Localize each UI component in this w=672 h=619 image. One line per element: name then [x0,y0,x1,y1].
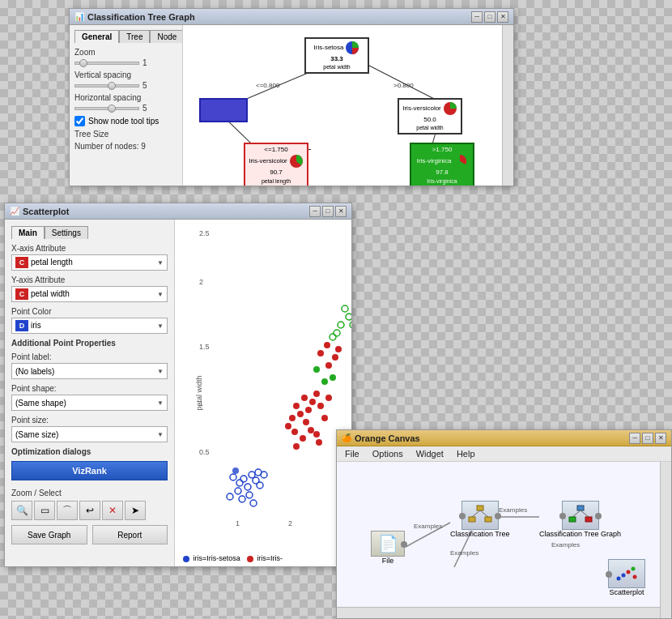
menu-options[interactable]: Options [371,448,405,459]
zoom-slider-row: 1 [74,58,177,67]
ctg-scrollbar[interactable] [502,25,513,186]
scatter-input-port[interactable] [606,571,612,578]
pie-right [443,101,457,116]
svg-point-18 [245,484,251,490]
canvas-vertical-scrollbar[interactable] [660,462,671,618]
zoom-tool[interactable]: 🔍 [11,501,32,520]
svg-point-22 [246,492,253,498]
ctg-title-text: Classification Tree Graph [87,12,195,22]
orange-close-btn[interactable]: ✕ [655,433,666,444]
legend-setosa-dot [183,556,189,562]
svg-text:1.5: 1.5 [199,343,210,351]
file-output-port[interactable] [401,541,407,548]
point-color-dropdown[interactable]: Diris ▼ [11,318,168,334]
lasso-tool[interactable]: ⌒ [57,501,78,520]
orange-minimize-btn[interactable]: ─ [629,433,640,444]
scatter-maximize-btn[interactable]: □ [322,206,334,217]
tree-node-bottom-right[interactable]: >1.750 Iris-virginica 97.8 Iris-virginic… [410,143,474,186]
y-axis-arrow: ▼ [157,291,164,298]
tree-node-right[interactable]: Iris-versicolor 50.0 petal width [398,98,462,134]
show-node-tips-checkbox[interactable] [74,116,85,126]
ctg-close-btn[interactable]: ✕ [497,11,508,23]
y-axis-label: Y-axis Attribute [11,275,168,284]
ctg-icon-svg [566,504,595,527]
canvas-node-scatterplot[interactable]: Scatterplot [608,559,645,596]
tree-node-bottom-left[interactable]: <=1.750 Iris-versicolor 90.7 petal lengt… [244,143,308,186]
vertical-spacing-thumb[interactable] [108,82,116,90]
x-axis-arrow: ▼ [157,259,164,267]
zoom-thumb[interactable] [79,59,87,67]
svg-rect-86 [577,506,584,510]
ctg-input-port[interactable] [559,513,566,519]
delete-tool[interactable]: ✕ [102,501,123,520]
tree-node-root[interactable]: Iris-setosa 33.3 petal width [304,37,369,74]
ct-output-port[interactable] [495,513,501,519]
svg-point-44 [325,395,332,401]
svg-point-29 [293,403,300,409]
tab-main[interactable]: Main [11,226,45,239]
save-graph-button[interactable]: Save Graph [11,525,87,544]
svg-point-33 [297,411,304,417]
point-size-dropdown[interactable]: (Same size) ▼ [11,426,168,442]
canvas-horizontal-scrollbar[interactable] [337,607,660,618]
menu-widget[interactable]: Widget [415,448,445,459]
ct-input-port[interactable] [459,513,466,519]
orange-canvas-content: File Options Widget Help Examples Exampl… [337,446,671,618]
scatter-svg: 2.5 2 1.5 1 0.5 [191,220,351,542]
scatter-titlebar: 📈 Scatterplot ─ □ ✕ [5,203,351,220]
scatter-minimize-btn[interactable]: ─ [309,206,321,217]
ctg-maximize-btn[interactable]: □ [484,11,495,23]
scatter-legend: iris=Iris-setosa iris=Iris- [183,554,283,562]
tab-general[interactable]: General [74,30,119,43]
point-label-field-label: Point label: [11,352,168,361]
svg-point-37 [303,419,309,425]
legend-setosa: iris=Iris-setosa [183,554,240,562]
svg-point-92 [622,574,626,578]
pie-bottom-right [453,154,467,169]
vertical-spacing-slider[interactable] [74,84,139,88]
ctg-minimize-btn[interactable]: ─ [471,11,483,23]
y-axis-dropdown[interactable]: Cpetal width ▼ [11,286,168,302]
vertical-spacing-slider-row: 5 [74,81,177,90]
zoom-slider[interactable] [74,62,139,65]
orange-maximize-btn[interactable]: □ [642,433,653,444]
menu-file[interactable]: File [343,448,361,459]
tab-tree[interactable]: Tree [119,30,150,43]
svg-rect-90 [585,517,592,522]
point-label-dropdown[interactable]: (No labels) ▼ [11,363,168,379]
tree-size-label: Tree Size [74,130,177,139]
file-icon-box: 📄 [371,531,405,557]
svg-point-68 [321,378,328,385]
canvas-node-classification-tree[interactable]: Classification Tree [450,501,510,538]
horizontal-spacing-slider[interactable] [74,107,139,110]
legend-versicolor-dot [247,556,253,562]
svg-text:Examples: Examples [450,549,478,557]
svg-point-26 [239,496,245,502]
tab-settings[interactable]: Settings [45,226,88,239]
canvas-node-classification-tree-graph[interactable]: Classification Tree Graph [539,501,621,538]
svg-point-47 [330,334,336,340]
ctg-output-port[interactable] [595,513,602,519]
svg-point-64 [325,362,332,369]
scatter-close-btn[interactable]: ✕ [335,206,347,217]
horizontal-spacing-thumb[interactable] [108,105,116,113]
tab-node[interactable]: Node [150,30,183,43]
point-shape-dropdown[interactable]: (Same shape) ▼ [11,395,168,411]
report-button[interactable]: Report [92,525,168,544]
svg-point-45 [316,439,322,446]
canvas-node-file[interactable]: 📄 File [371,531,405,565]
x-axis-dropdown[interactable]: Cpetal length ▼ [11,254,168,271]
rect-select-tool[interactable]: ▭ [34,501,55,520]
scatter-title: 📈 Scatterplot [10,207,69,216]
scatter-icon-svg [612,562,641,585]
svg-point-42 [321,415,328,421]
scatterplot-window: 📈 Scatterplot ─ □ ✕ Main Settings X-axis… [4,203,352,567]
scatter-plot-main: petal width 2.5 2 1.5 1 0.5 [175,220,351,566]
send-tool[interactable]: ➤ [125,501,146,520]
tree-node-left[interactable] [199,98,248,122]
undo-tool[interactable]: ↩ [79,501,100,520]
menu-help[interactable]: Help [455,448,477,459]
orange-menubar: File Options Widget Help [337,446,671,462]
vizrank-button[interactable]: VizRank [11,461,168,480]
legend-setosa-label: iris=Iris-setosa [194,554,240,562]
